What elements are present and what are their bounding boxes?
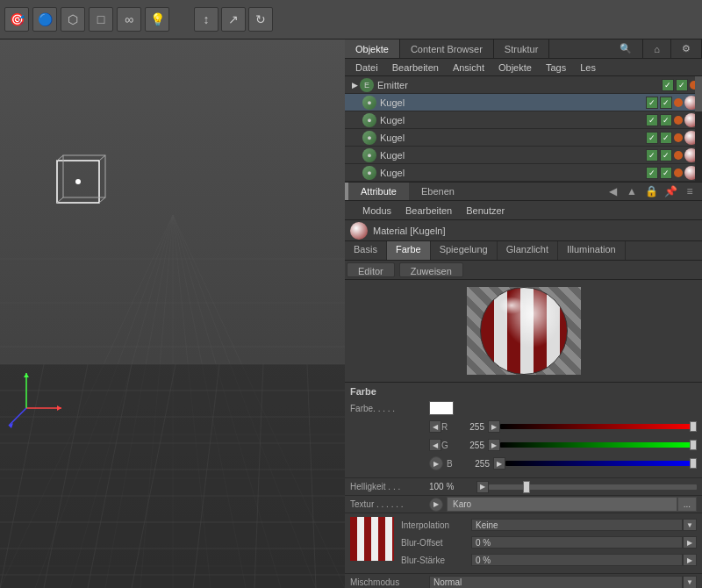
obj-row-kugel-5[interactable]: ● Kugel ✓ ✓: [345, 164, 702, 182]
mat-tab-illumination[interactable]: Illumination: [558, 241, 626, 260]
blur-staerke-label: Blur-Stärke: [401, 556, 471, 565]
menu-ansicht[interactable]: Ansicht: [446, 61, 491, 75]
svg-rect-20: [0, 364, 345, 588]
b-arrow-btn[interactable]: ▶: [429, 456, 443, 470]
g-slider-container[interactable]: [500, 441, 697, 449]
r-up-btn[interactable]: ▶: [488, 420, 500, 433]
attr-lock[interactable]: 🔒: [642, 183, 660, 200]
tab-content-browser[interactable]: Content Browser: [400, 39, 494, 58]
helligkeit-up-btn[interactable]: ▶: [476, 481, 489, 493]
r-slider-thumb[interactable]: [690, 421, 697, 432]
b-slider-container[interactable]: [505, 459, 697, 468]
attr-nav-up[interactable]: ▲: [623, 183, 641, 200]
g-slider-thumb[interactable]: [690, 440, 697, 450]
interpolation-dropdown[interactable]: ▼: [683, 519, 697, 531]
toolbar-icon-3[interactable]: ⬡: [61, 7, 85, 32]
mat-tab-spiegelung[interactable]: Spiegelung: [431, 241, 498, 260]
tab-attribute[interactable]: Attribute: [348, 183, 409, 200]
g-label: G: [441, 441, 452, 450]
kugel-controls-4: ✓ ✓: [646, 148, 698, 162]
toolbar-icon-2[interactable]: 🔵: [32, 7, 57, 32]
mischmodus-dropdown[interactable]: ▼: [683, 576, 697, 589]
tex-preview-row: Interpolation Keine ▼ Blur-Offset 0 % ▶ …: [345, 513, 702, 573]
attr-menu-benutzer[interactable]: Benutzer: [459, 204, 512, 218]
menu-les[interactable]: Les: [573, 61, 603, 75]
attr-more[interactable]: ≡: [681, 183, 698, 200]
obj-row-emitter[interactable]: ▶ E Emitter ✓ ✓: [345, 76, 702, 94]
obj-scrollbar[interactable]: [695, 76, 702, 182]
b-slider-track: [505, 461, 697, 466]
b-slider-thumb[interactable]: [690, 458, 697, 469]
kugel-controls-1: ✓ ✓: [646, 96, 698, 110]
toolbar-icon-1[interactable]: 🎯: [4, 7, 29, 32]
blur-offset-value: 0 %: [471, 536, 683, 549]
btn-zuweisen[interactable]: Zuweisen: [399, 262, 463, 277]
helligkeit-thumb[interactable]: [523, 481, 530, 493]
kugel-icon-2: ●: [362, 113, 376, 127]
material-sphere-icon: [350, 222, 368, 240]
toolbar-icon-6[interactable]: 💡: [145, 7, 169, 32]
tex-preview-thumb: [350, 517, 394, 561]
emitter-visible[interactable]: ✓: [662, 79, 674, 91]
mat-tab-glanzlicht[interactable]: Glanzlicht: [498, 241, 558, 260]
textur-row: Textur . . . . . . ▶ Karo ...: [345, 495, 702, 513]
btn-editor[interactable]: Editor: [347, 262, 395, 277]
emitter-render[interactable]: ✓: [676, 79, 688, 91]
kugel-render-3[interactable]: ✓: [660, 132, 672, 144]
move-icon[interactable]: ↕: [194, 7, 218, 32]
kugel-render-2[interactable]: ✓: [660, 114, 672, 126]
settings-icon[interactable]: ⚙: [671, 39, 702, 58]
menu-objekte[interactable]: Objekte: [491, 61, 539, 75]
r-down-btn[interactable]: ◀: [429, 420, 441, 433]
material-title: Material [Kugeln]: [373, 226, 446, 236]
viewport[interactable]: [0, 39, 345, 588]
kugel-visible-5[interactable]: ✓: [646, 167, 658, 179]
g-up-btn[interactable]: ▶: [488, 439, 500, 451]
blur-offset-arrow[interactable]: ▶: [683, 536, 697, 549]
attr-content-scroll[interactable]: Material [Kugeln] Basis Farbe Spiegelung…: [345, 220, 702, 588]
attr-nav-left[interactable]: ◀: [604, 183, 621, 200]
kugel-render-4[interactable]: ✓: [660, 149, 672, 161]
obj-row-kugel-4[interactable]: ● Kugel ✓ ✓: [345, 147, 702, 164]
kugel-visible-2[interactable]: ✓: [646, 114, 658, 126]
g-down-btn[interactable]: ◀: [429, 439, 441, 451]
toolbar-icon-5[interactable]: ∞: [117, 7, 141, 32]
textur-arrow-btn[interactable]: ▶: [429, 498, 443, 512]
r-slider-container[interactable]: [500, 422, 697, 431]
mat-tab-basis[interactable]: Basis: [345, 241, 387, 260]
obj-row-kugel-3[interactable]: ● Kugel ✓ ✓: [345, 129, 702, 147]
tab-objekte[interactable]: Objekte: [345, 39, 400, 58]
helligkeit-slider[interactable]: [489, 484, 697, 490]
kugel-visible-1[interactable]: ✓: [646, 97, 658, 109]
kugel-icon-4: ●: [362, 148, 376, 162]
textur-more-btn[interactable]: ...: [677, 497, 697, 512]
tab-struktur[interactable]: Struktur: [494, 39, 550, 58]
color-swatch[interactable]: [429, 401, 454, 415]
rotate-icon[interactable]: ↻: [248, 7, 273, 32]
toolbar-icon-4[interactable]: □: [89, 7, 113, 32]
search-icon[interactable]: 🔍: [609, 39, 643, 58]
obj-scrollbar-thumb[interactable]: [695, 76, 702, 111]
attr-menu-bearbeiten[interactable]: Bearbeiten: [398, 204, 459, 218]
kugel-render-5[interactable]: ✓: [660, 167, 672, 179]
blur-staerke-arrow[interactable]: ▶: [683, 554, 697, 566]
kugel-visible-4[interactable]: ✓: [646, 149, 658, 161]
menu-datei[interactable]: Datei: [348, 61, 385, 75]
main-layout: Objekte Content Browser Struktur 🔍 ⌂ ⚙ D…: [0, 39, 702, 588]
kugel-render-1[interactable]: ✓: [660, 97, 672, 109]
textur-name-display: Karo: [447, 497, 677, 512]
menu-tags[interactable]: Tags: [539, 61, 573, 75]
mischmodus-select[interactable]: Normal: [429, 576, 683, 589]
farbe-section: Farbe Farbe. . . . . ◀ R 255 ▶: [345, 383, 702, 477]
scale-icon[interactable]: ↗: [221, 7, 246, 32]
attr-pin[interactable]: 📌: [662, 183, 679, 200]
obj-row-kugel-2[interactable]: ● Kugel ✓ ✓: [345, 111, 702, 129]
tab-ebenen[interactable]: Ebenen: [409, 183, 467, 200]
mat-tab-farbe[interactable]: Farbe: [387, 241, 431, 260]
menu-bearbeiten[interactable]: Bearbeiten: [385, 61, 446, 75]
obj-row-kugel-1[interactable]: ● Kugel ✓ ✓: [345, 94, 702, 111]
kugel-visible-3[interactable]: ✓: [646, 132, 658, 144]
attr-menu-modus[interactable]: Modus: [355, 204, 398, 218]
b-up-btn[interactable]: ▶: [493, 457, 505, 470]
home-icon[interactable]: ⌂: [643, 39, 671, 58]
